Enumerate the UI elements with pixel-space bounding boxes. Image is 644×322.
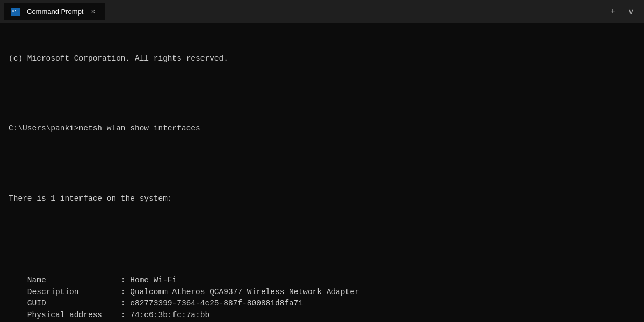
tab-close-button[interactable]: ✕ — [88, 6, 98, 17]
table-row: GUID : e82773399-7364-4c25-887f-800881d8… — [9, 298, 635, 310]
new-tab-button[interactable]: + — [604, 3, 621, 20]
titlebar-buttons: + ∨ — [604, 3, 640, 20]
table-row: Description : Qualcomm Atheros QCA9377 W… — [9, 287, 635, 298]
table-row: Name : Home Wi-Fi — [9, 275, 635, 287]
command-line: C:\Users\panki>netsh wlan show interface… — [9, 123, 635, 135]
empty-line-1 — [9, 88, 635, 100]
interface-data-table: Name : Home Wi-Fi Description : Qualcomm… — [9, 275, 635, 322]
titlebar: C: Command Prompt ✕ + ∨ — [0, 0, 644, 23]
interface-count-line: There is 1 interface on the system: — [9, 193, 635, 205]
tab-title: Command Prompt — [27, 8, 83, 16]
titlebar-left: C: Command Prompt ✕ — [4, 3, 604, 20]
dropdown-button[interactable]: ∨ — [623, 3, 640, 20]
terminal-content: (c) Microsoft Corporation. All rights re… — [0, 23, 644, 322]
empty-line-2 — [9, 158, 635, 170]
empty-line-3 — [9, 228, 635, 240]
copyright-line: (c) Microsoft Corporation. All rights re… — [9, 53, 635, 65]
table-row: Physical address : 74:c6:3b:fc:7a:bb — [9, 310, 635, 321]
active-tab[interactable]: C: Command Prompt ✕ — [4, 3, 105, 20]
cmd-icon: C: — [11, 8, 20, 16]
